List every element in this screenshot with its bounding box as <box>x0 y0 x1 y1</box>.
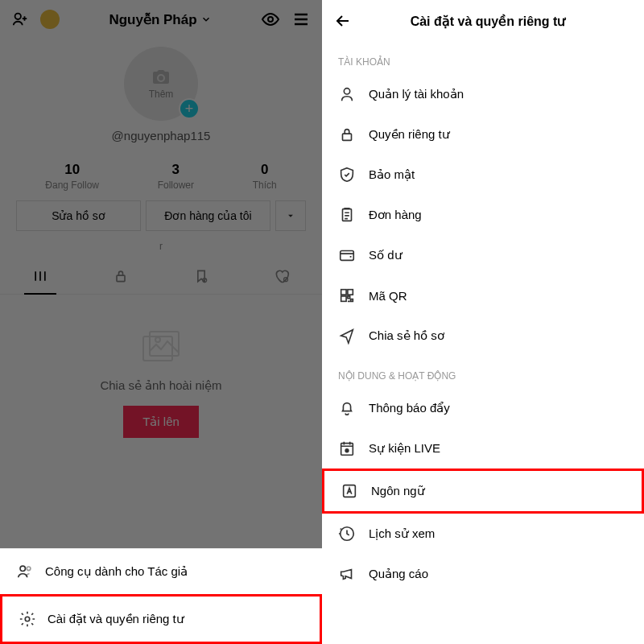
svg-rect-18 <box>341 296 346 301</box>
share-profile-item[interactable]: Chia sẻ hồ sơ <box>322 316 644 356</box>
back-icon[interactable] <box>333 11 353 31</box>
svg-point-2 <box>159 76 163 80</box>
caret-down-icon <box>285 210 296 221</box>
photos-icon <box>137 327 185 367</box>
section-account: TÀI KHOẢN <box>322 42 644 74</box>
svg-rect-17 <box>348 290 353 295</box>
upload-button[interactable]: Tải lên <box>123 406 199 438</box>
feed-icon <box>32 268 48 284</box>
ads-item[interactable]: Quảng cáo <box>322 554 644 594</box>
r-text: r <box>0 241 322 258</box>
megaphone-icon <box>338 565 356 583</box>
edit-profile-button[interactable]: Sửa hồ sơ <box>16 200 141 231</box>
history-icon <box>338 525 356 543</box>
stat-likes[interactable]: 0 Thích <box>253 162 277 191</box>
section-content: NỘI DUNG & HOẠT ĐỘNG <box>322 356 644 388</box>
bell-icon <box>338 399 356 417</box>
avatar-section: Thêm + @nguyenphap115 <box>0 39 322 151</box>
security-item[interactable]: Bảo mật <box>322 155 644 195</box>
svg-point-20 <box>345 449 349 452</box>
profile-screen: Nguyễn Pháp Thêm + @nguyenphap115 10 Đan… <box>0 0 322 644</box>
avatar[interactable]: Thêm + <box>124 47 198 121</box>
tab-private[interactable] <box>80 258 161 294</box>
creator-tools-item[interactable]: Công cụ dành cho Tác giả <box>0 549 322 594</box>
privacy-item[interactable]: Quyền riêng tư <box>322 114 644 155</box>
add-badge-icon: + <box>179 98 200 119</box>
avatar-add-label: Thêm <box>149 89 174 100</box>
lock-icon <box>113 268 129 284</box>
watch-history-item[interactable]: Lịch sử xem <box>322 514 644 554</box>
svg-rect-16 <box>341 290 346 295</box>
qr-code-item[interactable]: Mã QR <box>322 275 644 316</box>
heart-icon <box>274 268 290 284</box>
svg-point-0 <box>15 14 21 19</box>
svg-rect-6 <box>143 336 172 361</box>
user-handle: @nguyenphap115 <box>112 129 211 142</box>
empty-text: Chia sẻ ảnh hoài niệm <box>100 378 221 393</box>
chevron-down-icon <box>200 14 212 25</box>
tab-liked[interactable] <box>242 258 322 294</box>
qr-icon <box>338 287 356 304</box>
settings-privacy-item[interactable]: Cài đặt và quyền riêng tư <box>0 594 322 644</box>
balance-item[interactable]: Số dư <box>322 235 644 275</box>
profile-buttons: Sửa hồ sơ Đơn hàng của tôi <box>0 200 322 241</box>
svg-rect-15 <box>341 251 354 261</box>
svg-rect-13 <box>343 134 352 140</box>
my-orders-button[interactable]: Đơn hàng của tôi <box>146 200 270 231</box>
coin-icon[interactable] <box>40 10 60 29</box>
profile-header: Nguyễn Pháp <box>0 0 322 39</box>
bottom-sheet: Công cụ dành cho Tác giả Cài đặt và quyề… <box>0 548 322 644</box>
empty-state: Chia sẻ ảnh hoài niệm Tải lên <box>0 295 322 470</box>
svg-point-11 <box>25 617 30 621</box>
svg-rect-3 <box>117 275 125 282</box>
live-events-item[interactable]: Sự kiện LIVE <box>322 428 644 469</box>
svg-point-1 <box>268 17 273 22</box>
camera-icon <box>150 68 172 87</box>
svg-point-12 <box>344 89 349 94</box>
settings-privacy-label: Cài đặt và quyền riêng tư <box>47 612 184 626</box>
stat-followers[interactable]: 3 Follower <box>158 162 194 191</box>
manage-account-item[interactable]: Quản lý tài khoản <box>322 74 644 114</box>
settings-title: Cài đặt và quyền riêng tư <box>362 14 613 29</box>
person-icon <box>16 563 34 580</box>
gear-icon <box>19 610 36 628</box>
push-notifications-item[interactable]: Thông báo đẩy <box>322 388 644 428</box>
clipboard-icon <box>338 206 356 224</box>
tab-feed[interactable] <box>0 258 80 294</box>
wallet-icon <box>338 246 356 264</box>
lock-icon <box>338 126 356 143</box>
settings-header: Cài đặt và quyền riêng tư <box>322 0 644 42</box>
svg-point-9 <box>20 566 25 571</box>
caret-button[interactable] <box>275 200 306 231</box>
svg-rect-7 <box>150 332 179 356</box>
username: Nguyễn Pháp <box>109 11 196 28</box>
hamburger-icon[interactable] <box>291 10 311 29</box>
settings-screen: Cài đặt và quyền riêng tư TÀI KHOẢN Quản… <box>322 0 644 644</box>
svg-point-8 <box>155 337 160 342</box>
calendar-icon <box>338 440 356 457</box>
username-dropdown[interactable]: Nguyễn Pháp <box>109 11 211 28</box>
tab-saved[interactable] <box>161 258 242 294</box>
svg-point-10 <box>27 567 31 571</box>
orders-item[interactable]: Đơn hàng <box>322 195 644 235</box>
bookmark-icon <box>193 268 209 284</box>
stat-following[interactable]: 10 Đang Follow <box>45 162 99 191</box>
person-icon <box>338 85 356 103</box>
shield-icon <box>338 166 356 184</box>
language-item[interactable]: Ngôn ngữ <box>322 469 644 514</box>
eye-icon[interactable] <box>261 10 280 29</box>
language-icon <box>341 482 358 500</box>
creator-tools-label: Công cụ dành cho Tác giả <box>45 564 188 579</box>
add-user-icon[interactable] <box>11 10 29 28</box>
tabs-row <box>0 258 322 295</box>
share-icon <box>338 327 356 345</box>
stats-row: 10 Đang Follow 3 Follower 0 Thích <box>0 151 322 200</box>
